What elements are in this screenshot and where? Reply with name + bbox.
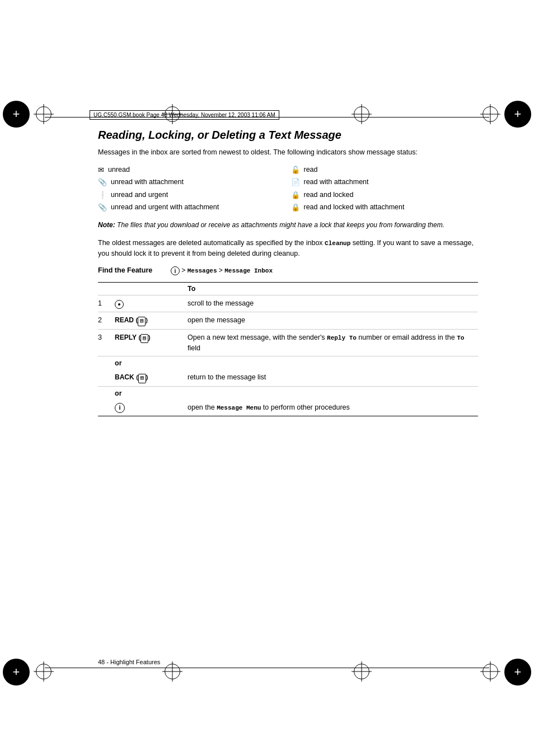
unread-urgent-attachment-icon: 📎 <box>98 203 107 213</box>
step-description: Open a new text message, with the sender… <box>188 329 478 356</box>
or-label-2: or <box>115 386 478 400</box>
status-unread-urgent-attachment: 📎 unread and urgent with attachment <box>98 203 285 213</box>
col-action <box>115 283 188 295</box>
status-grid: ✉ unread 🔓 read 📎 unread with attachment… <box>98 165 478 213</box>
header-bar: UG.C550.GSM.book Page 48 Wednesday, Nove… <box>90 110 444 120</box>
menu-circle-icon: i <box>171 266 180 275</box>
read-key-icon: ▤ <box>138 317 146 326</box>
spine-circle-top-right: + <box>504 101 531 128</box>
read-icon: 🔓 <box>291 165 300 175</box>
status-read-locked: 🔒 read and locked <box>291 190 479 200</box>
messages-menu-item: Messages <box>188 268 217 275</box>
table-row: BACK (▤) return to the message list <box>98 369 478 386</box>
read-locked-attachment-icon: 🔒 <box>291 203 300 213</box>
step-action: READ (▤) <box>115 312 188 330</box>
read-locked-label: read and locked <box>304 190 354 200</box>
step-num-empty-2 <box>98 400 115 416</box>
step-description: open the message <box>188 312 478 330</box>
table-row: 1 scroll to the message <box>98 295 478 312</box>
table-row: i open the Message Menu to perform other… <box>98 400 478 416</box>
step-num: 2 <box>98 312 115 330</box>
reg-mark-top-right <box>480 104 500 124</box>
step-description: return to the message list <box>188 369 478 386</box>
or-label-1: or <box>115 356 478 369</box>
col-to: To <box>188 283 478 295</box>
table-row: 3 REPLY (▤) Open a new text message, wit… <box>98 329 478 356</box>
menu-action-icon: i <box>115 403 125 413</box>
status-read-attachment: 📄 read with attachment <box>291 177 479 187</box>
reg-mark-bot-left <box>34 661 54 682</box>
note-block: Note: The files that you download or rec… <box>98 220 478 230</box>
back-action-label: BACK <box>115 373 134 381</box>
unread-urgent-label: unread and urgent <box>111 190 168 200</box>
col-num <box>98 283 115 295</box>
status-unread-attachment: 📎 unread with attachment <box>98 177 285 187</box>
or-empty <box>98 356 115 369</box>
step-num: 3 <box>98 329 115 356</box>
body-text: The oldest messages are deleted automati… <box>98 238 478 259</box>
unread-label: unread <box>108 165 130 175</box>
step-action <box>115 295 188 312</box>
message-menu-code: Message Menu <box>217 405 261 411</box>
status-read: 🔓 read <box>291 165 479 175</box>
status-unread: ✉ unread <box>98 165 285 175</box>
bottom-border-line <box>45 668 489 668</box>
unread-urgent-icon: ❕ <box>98 190 107 200</box>
reg-mark-top-left <box>34 104 54 124</box>
intro-text: Messages in the inbox are sorted from ne… <box>98 147 478 157</box>
scroll-icon <box>115 300 124 309</box>
reply-key-icon: ▤ <box>140 334 148 344</box>
main-content: Reading, Locking, or Deleting a Text Mes… <box>98 129 478 661</box>
step-num-empty <box>98 369 115 386</box>
read-attachment-label: read with attachment <box>304 177 369 187</box>
file-info-label: UG.C550.GSM.book Page 48 Wednesday, Nove… <box>90 110 279 120</box>
to-field-code: To <box>457 335 464 341</box>
find-feature-row: Find the Feature i > Messages > Message … <box>98 266 478 275</box>
read-locked-attachment-label: read and locked with attachment <box>304 203 405 213</box>
or-empty-2 <box>98 386 115 400</box>
status-read-locked-attachment: 🔒 read and locked with attachment <box>291 203 479 213</box>
step-num: 1 <box>98 295 115 312</box>
page-container: + + + + UG.C550.GSM.book Page 48 Wednesd… <box>0 0 534 756</box>
reply-to-code: Reply To <box>327 335 357 341</box>
step-action: BACK (▤) <box>115 369 188 386</box>
reply-action-label: REPLY <box>115 334 137 341</box>
find-feature-path: i > Messages > Message Inbox <box>171 266 273 275</box>
find-feature-label: Find the Feature <box>98 266 160 274</box>
unread-attachment-icon: 📎 <box>98 177 107 187</box>
cleanup-word: Cleanup <box>325 240 350 247</box>
step-description: scroll to the message <box>188 295 478 312</box>
footer: 48 - Highlight Features <box>98 659 478 665</box>
unread-attachment-label: unread with attachment <box>111 177 184 187</box>
spine-circle-bot-right: + <box>504 659 531 685</box>
step-action: i <box>115 400 188 416</box>
step-description: open the Message Menu to perform other p… <box>188 400 478 416</box>
status-unread-urgent: ❕ unread and urgent <box>98 190 285 200</box>
footer-text: 48 - Highlight Features <box>98 659 160 665</box>
read-paren2: ) <box>146 317 148 323</box>
unread-urgent-attachment-label: unread and urgent with attachment <box>111 203 219 213</box>
table-row: 2 READ (▤) open the message <box>98 312 478 330</box>
unread-icon: ✉ <box>98 165 104 175</box>
read-locked-icon: 🔒 <box>291 190 300 200</box>
reg-mark-bot-right <box>480 661 500 682</box>
read-label: read <box>304 165 318 175</box>
spine-circle-top-left: + <box>3 101 30 128</box>
message-inbox-item: Message Inbox <box>224 268 273 275</box>
read-action-label: READ <box>115 316 134 324</box>
page-title: Reading, Locking, or Deleting a Text Mes… <box>98 129 478 142</box>
note-text: The files that you download or receive a… <box>117 221 444 229</box>
spine-circle-bot-left: + <box>3 659 30 685</box>
back-key-icon: ▤ <box>138 374 146 383</box>
steps-table: To 1 scroll to the message 2 <box>98 282 478 416</box>
table-row-or-1: or <box>98 356 478 369</box>
table-row-or-2: or <box>98 386 478 400</box>
step-action: REPLY (▤) <box>115 329 188 356</box>
read-attachment-icon: 📄 <box>291 177 300 187</box>
